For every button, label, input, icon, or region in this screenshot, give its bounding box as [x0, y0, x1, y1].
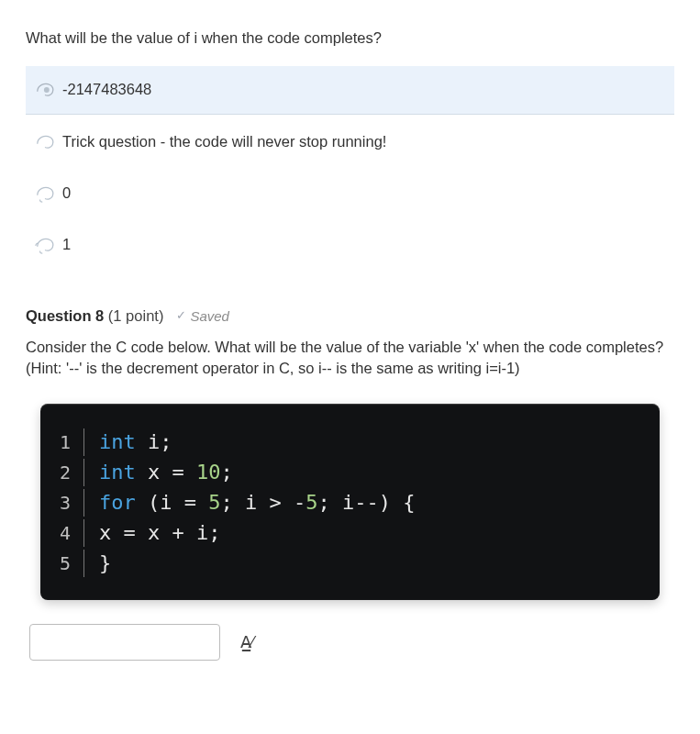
code-line: 1int i;: [57, 427, 643, 457]
question-7-title: What will be the value of i when the cod…: [26, 28, 674, 50]
question-number: Question 8: [26, 307, 104, 324]
radio-empty-icon: [35, 132, 55, 152]
question-8-body: Consider the C code below. What will be …: [26, 337, 674, 381]
code-line: 3for (i = 5; i > -5; i--) {: [57, 487, 643, 517]
line-number: 4: [57, 519, 84, 547]
radio-empty-icon: [35, 184, 55, 204]
radio-empty-icon: [35, 235, 55, 255]
question-8-header: Question 8 (1 point) ✓ Saved: [26, 306, 674, 328]
code-content: int x = 10;: [99, 457, 233, 487]
line-number: 1: [57, 428, 84, 456]
code-line: 4 x = x + i;: [57, 517, 643, 548]
code-block: 1int i;2int x = 10;3for (i = 5; i > -5; …: [40, 404, 660, 600]
line-number: 5: [57, 550, 84, 577]
question-7-options: -2147483648 Trick question - the code wi…: [26, 66, 674, 269]
answer-input[interactable]: [29, 624, 220, 661]
check-icon: ✓: [176, 307, 186, 325]
code-content: x = x + i;: [99, 517, 220, 548]
question-points: (1 point): [108, 307, 164, 324]
code-content: int i;: [99, 427, 172, 457]
saved-label: Saved: [190, 306, 229, 327]
radio-selected-icon: [35, 80, 55, 100]
saved-indicator: ✓ Saved: [176, 306, 229, 327]
code-content: for (i = 5; i > -5; i--) {: [99, 487, 415, 517]
option-label: Trick question - the code will never sto…: [62, 131, 386, 153]
radio-option-1[interactable]: Trick question - the code will never sto…: [26, 118, 674, 166]
radio-option-3[interactable]: 1: [26, 221, 674, 269]
answer-row: A̲⁄: [26, 624, 674, 661]
format-icon[interactable]: A̲⁄: [240, 630, 254, 654]
svg-point-0: [44, 87, 50, 93]
radio-option-0[interactable]: -2147483648: [26, 66, 674, 115]
line-number: 2: [57, 459, 84, 486]
line-number: 3: [57, 489, 84, 517]
code-content: }: [99, 548, 111, 578]
code-line: 5}: [57, 548, 643, 578]
option-label: 0: [62, 183, 71, 205]
option-label: -2147483648: [62, 79, 151, 101]
radio-option-2[interactable]: 0: [26, 170, 674, 217]
option-label: 1: [62, 234, 71, 256]
code-line: 2int x = 10;: [57, 457, 643, 487]
